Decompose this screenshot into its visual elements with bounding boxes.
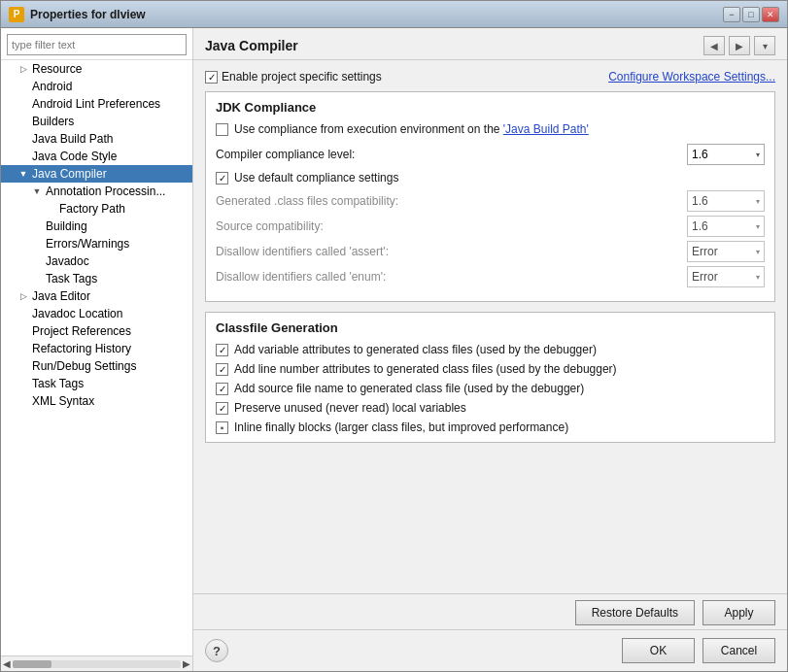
sidebar-item-resource[interactable]: ▷ Resource: [1, 60, 192, 78]
classfile-label-3: Preserve unused (never read) local varia…: [234, 401, 466, 415]
classfile-checkbox-2[interactable]: [216, 383, 228, 395]
jdk-section-title: JDK Compliance: [216, 100, 765, 115]
compliance-level-label: Compiler compliance level:: [216, 148, 355, 161]
sidebar-item-java-build-path[interactable]: Java Build Path: [1, 130, 192, 148]
panel-title: Java Compiler: [205, 38, 298, 53]
sidebar-item-label: XML Syntax: [32, 394, 94, 408]
sidebar-item-java-compiler[interactable]: ▼ Java Compiler: [1, 165, 192, 183]
scroll-thumb[interactable]: [13, 660, 51, 668]
ok-button[interactable]: OK: [622, 638, 695, 663]
expand-icon: [30, 272, 44, 286]
generated-dropdown[interactable]: 1.6 ▾: [687, 190, 765, 212]
jdk-compliance-section: JDK Compliance Use compliance from execu…: [205, 91, 775, 302]
sidebar-item-javadoc-location[interactable]: Javadoc Location: [1, 305, 192, 322]
classfile-checkbox-1[interactable]: [216, 363, 228, 376]
panel-header: Java Compiler ◀ ▶ ▾: [193, 28, 787, 60]
use-default-label: Use default compliance settings: [234, 171, 398, 185]
sidebar-item-task-tags2[interactable]: Task Tags: [1, 375, 192, 392]
classfile-checkbox-4[interactable]: [216, 421, 228, 434]
expand-icon: [17, 80, 30, 93]
sidebar-item-xml-syntax[interactable]: XML Syntax: [1, 392, 192, 410]
sidebar-item-android-lint[interactable]: Android Lint Preferences: [1, 95, 192, 113]
sidebar-item-run-debug[interactable]: Run/Debug Settings: [1, 357, 192, 375]
expand-icon: [30, 254, 44, 268]
sidebar-item-java-editor[interactable]: ▷ Java Editor: [1, 287, 192, 305]
assert-label: Disallow identifiers called 'assert':: [216, 245, 389, 258]
classfile-checkbox-3[interactable]: [216, 402, 228, 415]
scroll-right-btn[interactable]: ▶: [183, 658, 190, 669]
sidebar-item-label: Javadoc: [46, 254, 89, 268]
cancel-button[interactable]: Cancel: [702, 638, 775, 663]
use-default-row: Use default compliance settings: [216, 171, 765, 185]
sidebar-item-builders[interactable]: Builders: [1, 113, 192, 130]
properties-window: P Properties for dlview − □ ✕ ▷ Resource…: [0, 0, 788, 672]
sidebar-item-building[interactable]: Building: [1, 218, 192, 235]
use-compliance-label: Use compliance from execution environmen…: [234, 122, 589, 136]
sidebar-item-refactoring-history[interactable]: Refactoring History: [1, 340, 192, 357]
compliance-level-dropdown[interactable]: 1.6 ▾: [687, 144, 765, 165]
classfile-item-3: Preserve unused (never read) local varia…: [216, 401, 765, 415]
sidebar-item-android[interactable]: Android: [1, 78, 192, 95]
sidebar-item-label: Run/Debug Settings: [32, 359, 136, 373]
sidebar-scrollbar[interactable]: ◀ ▶: [1, 655, 192, 671]
help-button[interactable]: ?: [205, 639, 228, 662]
compliance-sub-rows: Generated .class files compatibility: 1.…: [216, 190, 765, 287]
assert-dropdown[interactable]: Error ▾: [687, 241, 765, 262]
dropdown-arrow-icon: ▾: [756, 222, 760, 231]
enable-project-checkbox[interactable]: [205, 71, 218, 84]
tree-area: ▷ Resource Android Android Lint Preferen…: [1, 60, 192, 655]
sidebar-item-javadoc[interactable]: Javadoc: [1, 252, 192, 270]
apply-button[interactable]: Apply: [702, 600, 775, 625]
sidebar-item-label: Project References: [32, 324, 131, 338]
close-button[interactable]: ✕: [762, 7, 779, 22]
search-input[interactable]: [7, 34, 187, 55]
sidebar-item-label: Annotation Processin...: [46, 185, 165, 198]
sidebar-item-label: Javadoc Location: [32, 307, 122, 320]
scroll-track[interactable]: [13, 660, 181, 668]
classfile-label-1: Add line number attributes to generated …: [234, 362, 617, 376]
sidebar-item-label: Building: [46, 219, 87, 233]
generated-class-row: Generated .class files compatibility: 1.…: [216, 190, 765, 212]
enable-settings-row: Enable project specific settings Configu…: [205, 70, 775, 84]
sidebar-item-factory-path[interactable]: Factory Path: [1, 200, 192, 218]
nav-back-button[interactable]: ◀: [703, 36, 725, 55]
title-bar-buttons: − □ ✕: [723, 7, 779, 22]
sidebar-item-label: Builders: [32, 115, 74, 128]
expand-icon: [17, 359, 30, 373]
sidebar-item-annotation-processing[interactable]: ▼ Annotation Processin...: [1, 183, 192, 200]
scroll-left-btn[interactable]: ◀: [3, 658, 11, 669]
expand-icon: ▼: [30, 185, 44, 198]
use-default-checkbox[interactable]: [216, 172, 228, 185]
classfile-item-0: Add variable attributes to generated cla…: [216, 343, 765, 356]
restore-defaults-button[interactable]: Restore Defaults: [575, 600, 695, 625]
classfile-label-4: Inline finally blocks (larger class file…: [234, 420, 568, 434]
java-build-path-link[interactable]: 'Java Build Path': [503, 122, 589, 136]
use-compliance-checkbox[interactable]: [216, 123, 228, 136]
sidebar-item-task-tags[interactable]: Task Tags: [1, 270, 192, 287]
restore-button[interactable]: □: [742, 7, 760, 22]
classfile-label-2: Add source file name to generated class …: [234, 382, 584, 395]
nav-forward-button[interactable]: ▶: [729, 36, 750, 55]
expand-icon: [17, 394, 30, 408]
minimize-button[interactable]: −: [723, 7, 740, 22]
classfile-section: Classfile Generation Add variable attrib…: [205, 312, 775, 443]
expand-icon: [17, 377, 30, 390]
classfile-item-4: Inline finally blocks (larger class file…: [216, 420, 765, 434]
enum-dropdown[interactable]: Error ▾: [687, 266, 765, 287]
classfile-checkbox-0[interactable]: [216, 344, 228, 356]
enum-label: Disallow identifiers called 'enum':: [216, 270, 386, 284]
source-dropdown[interactable]: 1.6 ▾: [687, 216, 765, 237]
classfile-item-1: Add line number attributes to generated …: [216, 362, 765, 376]
enable-left: Enable project specific settings: [205, 70, 382, 84]
sidebar-item-project-references[interactable]: Project References: [1, 322, 192, 340]
sidebar-item-java-code-style[interactable]: Java Code Style: [1, 148, 192, 165]
sidebar-item-label: Java Build Path: [32, 132, 113, 146]
use-compliance-row: Use compliance from execution environmen…: [216, 122, 765, 136]
ok-cancel-area: OK Cancel: [622, 638, 775, 663]
expand-icon: [30, 237, 44, 251]
configure-workspace-link[interactable]: Configure Workspace Settings...: [608, 70, 775, 84]
sidebar-item-errors-warnings[interactable]: Errors/Warnings: [1, 235, 192, 252]
nav-dropdown-button[interactable]: ▾: [754, 36, 775, 55]
expand-icon: [17, 324, 30, 338]
panel-nav: ◀ ▶ ▾: [703, 36, 775, 55]
